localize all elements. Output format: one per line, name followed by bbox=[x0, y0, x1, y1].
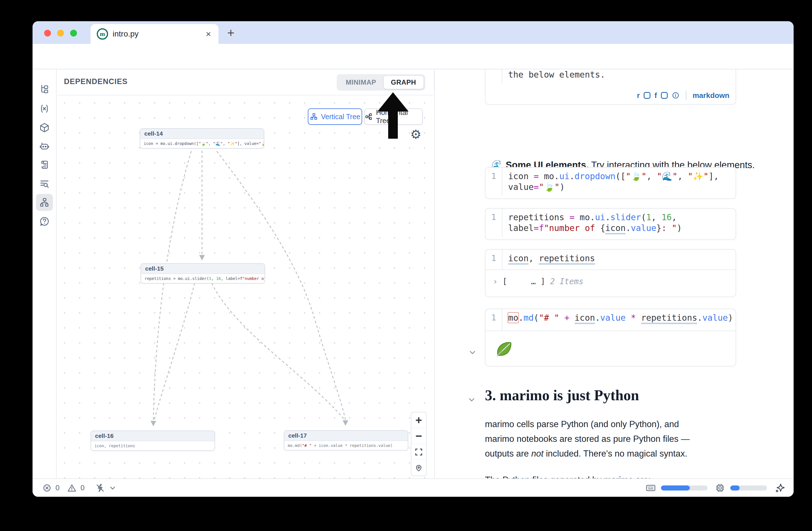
r-checkbox[interactable] bbox=[644, 92, 650, 99]
tuple-code-cell[interactable]: 1 icon, repetitions › [ … ] 2 Items bbox=[485, 249, 736, 297]
markdown-editor-cell[interactable]: 1 ""🌊 Some UI elements.** Try interactin… bbox=[485, 69, 736, 105]
vertical-tree-button[interactable]: Vertical Tree bbox=[308, 109, 362, 125]
section-chevron-icon[interactable] bbox=[467, 396, 476, 404]
sidebar-item-dependencies[interactable] bbox=[36, 194, 53, 211]
section-heading: 3. marimo is just Python bbox=[485, 387, 639, 404]
zoom-out-button[interactable]: − bbox=[411, 428, 426, 444]
f-toggle-label[interactable]: f bbox=[654, 91, 657, 100]
browser-tab[interactable]: m intro.py × bbox=[90, 24, 218, 44]
node-code: mo.md("# " + icon.value * repetitions.va… bbox=[284, 441, 408, 450]
info-icon[interactable] bbox=[672, 91, 680, 99]
robot-icon bbox=[39, 141, 49, 152]
section-paragraph-1: marimo cells parse Python (and only Pyth… bbox=[485, 417, 700, 461]
graph-edges bbox=[57, 96, 434, 478]
browser-toolbar: localhost:2718 Guest ⋮ bbox=[32, 44, 794, 69]
pin-icon bbox=[415, 464, 423, 472]
r-toggle-label[interactable]: r bbox=[637, 91, 640, 100]
cell-code[interactable]: icon = mo.ui.dropdown(["🍃", "🌊", "✨"], v… bbox=[503, 168, 719, 196]
cpu-usage-fill bbox=[730, 485, 740, 490]
tab-minimap[interactable]: MINIMAP bbox=[338, 78, 383, 86]
ai-sparkle-icon[interactable] bbox=[775, 483, 785, 493]
memory-icon[interactable] bbox=[646, 483, 656, 493]
tab-graph[interactable]: GRAPH bbox=[383, 76, 423, 89]
file-tree-icon bbox=[39, 84, 49, 94]
dropdown-code-cell[interactable]: 1 icon = mo.ui.dropdown(["🍃", "🌊", "✨"],… bbox=[485, 167, 736, 199]
section-paragraph-2: The Python files generated by marimo are… bbox=[485, 473, 700, 478]
graph-node-cell-16[interactable]: cell-16 icon, repetitions bbox=[90, 431, 215, 451]
sidebar-item-snippets[interactable] bbox=[36, 156, 53, 173]
slider-code-cell[interactable]: 1 repetitions = mo.ui.slider(1, 16, labe… bbox=[485, 208, 736, 240]
warnings-icon[interactable] bbox=[67, 484, 76, 492]
memory-usage-bar bbox=[661, 485, 708, 490]
panel-title: DEPENDENCIES bbox=[64, 77, 128, 86]
marimo-favicon: m bbox=[97, 28, 108, 40]
line-number: 1 bbox=[485, 69, 503, 84]
line-number: 1 bbox=[485, 250, 503, 270]
view-toggle: MINIMAP GRAPH bbox=[337, 74, 425, 90]
md-code-cell[interactable]: 1 mo.md("# " + icon.value * repetitions.… bbox=[485, 308, 736, 367]
cell-code[interactable]: icon, repetitions bbox=[503, 250, 595, 270]
sidebar-item-logs-search[interactable] bbox=[36, 175, 53, 192]
sidebar-item-packages[interactable] bbox=[36, 119, 53, 136]
node-title: cell-16 bbox=[91, 431, 215, 441]
errors-icon[interactable] bbox=[42, 484, 52, 492]
chevron-down-icon[interactable] bbox=[109, 484, 116, 492]
memory-usage-fill bbox=[661, 485, 690, 490]
md-output bbox=[485, 331, 736, 367]
variables-icon bbox=[39, 104, 49, 114]
warning-count: 0 bbox=[81, 484, 84, 492]
browser-window: m intro.py × + localhost:2718 Guest ⋮ bbox=[32, 21, 794, 497]
error-count: 0 bbox=[56, 484, 59, 492]
dependency-graph-canvas[interactable]: cell-14 icon = mo.ui.dropdown(["🍃", "🌊",… bbox=[57, 96, 434, 478]
node-title: cell-15 bbox=[141, 264, 264, 274]
graph-node-cell-14[interactable]: cell-14 icon = mo.ui.dropdown(["🍃", "🌊",… bbox=[140, 128, 264, 148]
notebook-pane: 1 ""🌊 Some UI elements.** Try interactin… bbox=[434, 69, 794, 478]
language-label[interactable]: markdown bbox=[693, 91, 729, 100]
cpu-usage-bar bbox=[730, 485, 767, 490]
collapse-chevron-icon[interactable] bbox=[468, 348, 477, 357]
pin-button[interactable] bbox=[411, 460, 426, 475]
cpu-icon[interactable] bbox=[715, 483, 725, 493]
node-code: icon, repetitions bbox=[91, 441, 215, 450]
sidebar-item-ai-chat[interactable] bbox=[36, 138, 53, 155]
cell-code[interactable]: repetitions = mo.ui.slider(1, 16, label=… bbox=[503, 209, 682, 237]
footer-separator bbox=[686, 90, 686, 100]
graph-node-cell-17[interactable]: cell-17 mo.md("# " + icon.value * repeti… bbox=[284, 430, 408, 450]
zoom-in-button[interactable]: + bbox=[411, 412, 426, 428]
tab-title: intro.py bbox=[113, 29, 139, 39]
f-checkbox[interactable] bbox=[661, 92, 668, 99]
status-bar: 0 0 bbox=[32, 478, 794, 497]
close-window-button[interactable] bbox=[44, 30, 51, 37]
new-tab-button[interactable]: + bbox=[227, 26, 234, 40]
tab-close-icon[interactable]: × bbox=[206, 29, 211, 39]
graph-node-cell-15[interactable]: cell-15 repetitions = mo.ui.slider(1, 16… bbox=[141, 263, 265, 284]
maximize-window-button[interactable] bbox=[70, 30, 77, 37]
cell-code[interactable]: ""🌊 Some UI elements.** Try interacting … bbox=[503, 69, 738, 84]
leaf-emoji bbox=[494, 339, 514, 359]
fit-view-icon bbox=[415, 448, 423, 456]
cell-footer: r f markdown bbox=[637, 90, 729, 100]
line-number: 1 bbox=[485, 309, 503, 331]
tuple-output-text: › [ … ] 2 Items bbox=[485, 270, 736, 290]
cell-code[interactable]: mo.md("# " + icon.value * repetitions.va… bbox=[503, 309, 733, 331]
fit-view-button[interactable] bbox=[411, 444, 426, 460]
minimize-window-button[interactable] bbox=[57, 30, 64, 37]
vertical-tree-icon bbox=[310, 113, 318, 120]
help-icon bbox=[39, 216, 49, 227]
vertical-tree-label: Vertical Tree bbox=[321, 113, 360, 121]
tuple-output[interactable]: › [ … ] 2 Items bbox=[485, 270, 736, 297]
disconnected-icon[interactable] bbox=[95, 483, 105, 493]
desktop: m intro.py × + localhost:2718 Guest ⋮ bbox=[0, 0, 812, 531]
horizontal-tree-icon bbox=[365, 113, 373, 120]
scroll-icon bbox=[39, 160, 49, 170]
dependencies-header: DEPENDENCIES MINIMAP GRAPH × bbox=[57, 69, 434, 96]
list-search-icon bbox=[39, 178, 49, 189]
graph-zoom-controls: + − bbox=[411, 412, 427, 476]
sidebar-item-file-explorer[interactable] bbox=[36, 81, 53, 98]
sidebar-item-help[interactable] bbox=[36, 213, 53, 230]
dependency-graph-icon bbox=[39, 197, 49, 207]
node-title: cell-17 bbox=[284, 431, 408, 441]
graph-settings-gear-icon[interactable]: ⚙ bbox=[410, 127, 421, 142]
sidebar-item-variables[interactable] bbox=[36, 100, 53, 117]
browser-tab-strip: m intro.py × + bbox=[32, 21, 794, 44]
